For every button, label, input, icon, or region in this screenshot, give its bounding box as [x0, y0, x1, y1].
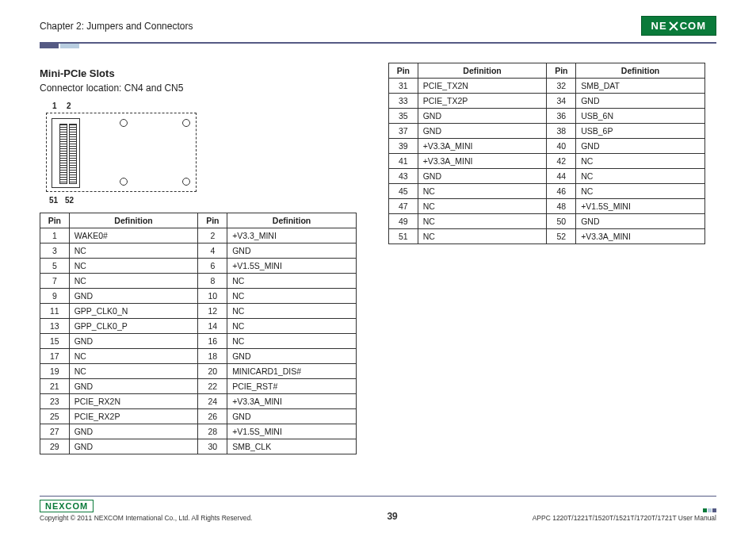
cell-pin: 9 [40, 289, 70, 304]
cell-def: GND [576, 214, 705, 229]
cell-def: GPP_CLK0_N [69, 304, 198, 319]
cell-def: GND [227, 243, 357, 259]
cell-pin: 11 [40, 304, 70, 319]
cell-pin: 15 [40, 334, 70, 349]
cell-def: NC [227, 274, 357, 289]
col-def: Definition [227, 213, 357, 228]
cell-def: +V3.3A_MINI [418, 139, 547, 154]
cell-pin: 35 [389, 109, 418, 124]
cell-pin: 1 [40, 228, 70, 243]
col-pin: Pin [389, 63, 418, 79]
cell-def: SMB_DAT [576, 79, 705, 94]
pin-table-right: Pin Definition Pin Definition 31PCIE_TX2… [388, 63, 705, 244]
cell-pin: 18 [198, 349, 227, 364]
table-row: 41+V3.3A_MINI42NC [389, 154, 705, 169]
cell-def: GND [418, 109, 547, 124]
cell-def: +V1.5S_MINI [227, 259, 357, 274]
mounting-hole-icon [120, 178, 128, 186]
table-row: 23PCIE_RX2N24+V3.3A_MINI [40, 394, 357, 409]
cell-pin: 23 [40, 394, 70, 409]
cell-pin: 32 [547, 79, 576, 94]
cell-def: NC [69, 243, 198, 259]
cell-pin: 29 [40, 439, 70, 454]
cell-def: NC [69, 274, 198, 289]
cell-def: NC [576, 169, 705, 184]
cell-def: PCIE_RX2P [69, 409, 198, 424]
col-def: Definition [576, 63, 705, 79]
cell-pin: 22 [198, 379, 227, 394]
col-pin: Pin [40, 213, 70, 228]
cell-def: GND [69, 289, 198, 304]
cell-pin: 13 [40, 319, 70, 334]
logo-x-icon [668, 21, 679, 32]
cell-def: PCIE_RX2N [69, 394, 198, 409]
slot-body [52, 118, 80, 188]
cell-pin: 49 [389, 214, 418, 229]
page-number: 39 [387, 511, 397, 522]
cell-def: NC [227, 289, 357, 304]
cell-def: NC [418, 229, 547, 244]
cell-pin: 40 [547, 139, 576, 154]
cell-def: +V3.3A_MINI [418, 154, 547, 169]
decoration-squares-icon [703, 508, 716, 512]
brand-logo: NE COM [641, 16, 716, 36]
cell-pin: 14 [198, 319, 227, 334]
cell-def: USB_6P [576, 124, 705, 139]
cell-def: +V3.3_MINI [227, 228, 357, 243]
table-row: 5NC6+V1.5S_MINI [40, 259, 357, 274]
cell-pin: 25 [40, 409, 70, 424]
table-row: 43GND44NC [389, 169, 705, 184]
table-header-row: Pin Definition Pin Definition [389, 63, 705, 79]
cell-pin: 3 [40, 243, 70, 259]
cell-pin: 48 [547, 199, 576, 214]
connector-location: Connector location: CN4 and CN5 [40, 82, 357, 94]
copyright-text: Copyright © 2011 NEXCOM International Co… [40, 514, 252, 522]
cell-def: +V1.5S_MINI [576, 199, 705, 214]
col-def: Definition [69, 213, 198, 228]
cell-def: NC [576, 184, 705, 199]
cell-pin: 28 [198, 424, 227, 439]
mounting-hole-icon [182, 119, 190, 127]
pin-label-1: 1 [52, 102, 57, 110]
cell-pin: 37 [389, 124, 418, 139]
cell-def: PCIE_RST# [227, 379, 357, 394]
cell-pin: 47 [389, 199, 418, 214]
cell-pin: 34 [547, 94, 576, 109]
cell-pin: 24 [198, 394, 227, 409]
cell-def: NC [418, 184, 547, 199]
cell-def: NC [227, 334, 357, 349]
cell-def: GND [69, 424, 198, 439]
section-title: Mini-PCIe Slots [40, 67, 357, 79]
cell-def: PCIE_TX2N [418, 79, 547, 94]
pin-label-2: 2 [67, 102, 71, 110]
table-row: 47NC48+V1.5S_MINI [389, 199, 705, 214]
table-row: 33PCIE_TX2P34GND [389, 94, 705, 109]
cell-pin: 20 [198, 364, 227, 379]
table-row: 1WAKE0#2+V3.3_MINI [40, 228, 357, 243]
cell-def: NC [576, 154, 705, 169]
pin-row-odd [59, 124, 67, 184]
cell-pin: 2 [198, 228, 227, 243]
cell-pin: 5 [40, 259, 70, 274]
col-def: Definition [418, 63, 547, 79]
table-row: 13GPP_CLK0_P14NC [40, 319, 357, 334]
cell-pin: 4 [198, 243, 227, 259]
cell-def: NC [69, 259, 198, 274]
table-header-row: Pin Definition Pin Definition [40, 213, 357, 228]
cell-def: NC [69, 364, 198, 379]
cell-def: NC [418, 199, 547, 214]
cell-pin: 10 [198, 289, 227, 304]
table-row: 11GPP_CLK0_N12NC [40, 304, 357, 319]
table-row: 9GND10NC [40, 289, 357, 304]
table-row: 19NC20MINICARD1_DIS# [40, 364, 357, 379]
table-row: 45NC46NC [389, 184, 705, 199]
cell-def: GPP_CLK0_P [69, 319, 198, 334]
cell-def: USB_6N [576, 109, 705, 124]
cell-def: GND [227, 409, 357, 424]
document-id: APPC 1220T/1221T/1520T/1521T/1720T/1721T… [533, 514, 716, 522]
cell-pin: 17 [40, 349, 70, 364]
table-row: 29GND30SMB_CLK [40, 439, 357, 454]
footer-left: NEXCOM Copyright © 2011 NEXCOM Internati… [40, 500, 252, 522]
cell-pin: 51 [389, 229, 418, 244]
right-column: Pin Definition Pin Definition 31PCIE_TX2… [388, 63, 705, 454]
